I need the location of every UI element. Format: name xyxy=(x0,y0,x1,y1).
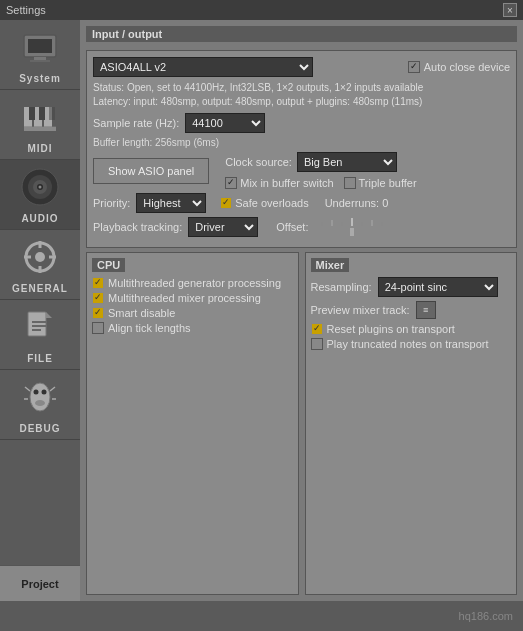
buffer-length-label: Buffer length: 256smp (6ms) xyxy=(93,137,510,148)
mix-buffer-label: Mix in buffer switch xyxy=(240,177,333,189)
resampling-select[interactable]: 24-point sinc xyxy=(378,277,498,297)
clock-source-label: Clock source: xyxy=(225,156,292,168)
system-icon xyxy=(16,23,64,71)
sidebar-label-audio: AUDIO xyxy=(21,213,58,224)
main-content: Input / output ASIO4ALL v2 Auto close de… xyxy=(80,20,523,601)
sidebar-item-general[interactable]: GENERAL xyxy=(0,230,80,300)
cpu-item-1: Multithreaded mixer processing xyxy=(92,292,293,304)
svg-point-16 xyxy=(39,186,42,189)
safe-overloads-label: Safe overloads xyxy=(235,197,308,209)
reset-plugins-label: Reset plugins on transport xyxy=(327,323,455,335)
playback-tracking-row: Playback tracking: Driver Offset: xyxy=(93,217,510,237)
auto-close-label: Auto close device xyxy=(424,61,510,73)
audio-icon xyxy=(16,163,64,211)
sidebar-label-debug: DEBUG xyxy=(19,423,60,434)
cpu-section-label: CPU xyxy=(92,258,125,272)
sidebar-item-system[interactable]: System xyxy=(0,20,80,90)
offset-label: Offset: xyxy=(276,221,308,233)
triple-buffer-label: Triple buffer xyxy=(359,177,417,189)
priority-row: Priority: Highest Safe overloads Underru… xyxy=(93,193,510,213)
bottom-bar: hq186.com xyxy=(0,601,523,631)
debug-icon xyxy=(16,373,64,421)
cpu-checkbox-2[interactable] xyxy=(92,307,104,319)
play-truncated-checkbox[interactable] xyxy=(311,338,323,350)
preview-mixer-select-btn[interactable]: ≡ xyxy=(416,301,436,319)
close-button[interactable]: × xyxy=(503,3,517,17)
sidebar-item-midi[interactable]: MIDI xyxy=(0,90,80,160)
svg-point-18 xyxy=(35,252,45,262)
svg-rect-11 xyxy=(24,127,56,131)
svg-rect-7 xyxy=(29,107,35,120)
sample-rate-label: Sample rate (Hz): xyxy=(93,117,179,129)
file-icon xyxy=(16,303,64,351)
auto-close-checkbox[interactable] xyxy=(408,61,420,73)
sidebar-item-audio[interactable]: AUDIO xyxy=(0,160,80,230)
resampling-row: Resampling: 24-point sinc xyxy=(311,277,512,297)
sidebar-label-file: FILE xyxy=(27,353,53,364)
window-title: Settings xyxy=(6,4,46,16)
cpu-item-2: Smart disable xyxy=(92,307,293,319)
section-header: Input / output xyxy=(86,26,517,42)
svg-rect-9 xyxy=(49,107,55,120)
sidebar-item-debug[interactable]: DEBUG xyxy=(0,370,80,440)
safe-overloads-checkbox[interactable] xyxy=(220,197,232,209)
play-truncated-label: Play truncated notes on transport xyxy=(327,338,489,350)
reset-plugins-checkbox[interactable] xyxy=(311,323,323,335)
svg-point-29 xyxy=(34,390,39,395)
svg-rect-23 xyxy=(28,312,46,336)
sidebar-item-file[interactable]: FILE xyxy=(0,300,80,370)
cpu-item-0: Multithreaded generator processing xyxy=(92,277,293,289)
svg-point-31 xyxy=(35,400,45,406)
svg-rect-20 xyxy=(39,266,42,273)
svg-marker-24 xyxy=(46,312,52,318)
cpu-checkbox-1[interactable] xyxy=(92,292,104,304)
device-panel: ASIO4ALL v2 Auto close device Status: Op… xyxy=(86,50,517,248)
play-truncated-row: Play truncated notes on transport xyxy=(311,338,512,350)
cpu-checkbox-0[interactable] xyxy=(92,277,104,289)
priority-select[interactable]: Highest xyxy=(136,193,206,213)
device-row: ASIO4ALL v2 Auto close device xyxy=(93,57,510,77)
device-select[interactable]: ASIO4ALL v2 xyxy=(93,57,313,77)
svg-rect-21 xyxy=(24,256,31,259)
cpu-label-1: Multithreaded mixer processing xyxy=(108,292,261,304)
midi-icon xyxy=(16,93,64,141)
bottom-sections: CPU Multithreaded generator processing M… xyxy=(86,252,517,595)
title-bar: Settings × xyxy=(0,0,523,20)
svg-rect-3 xyxy=(30,60,50,62)
svg-rect-8 xyxy=(39,107,45,120)
mix-buffer-checkbox[interactable] xyxy=(225,177,237,189)
priority-label: Priority: xyxy=(93,197,130,209)
clock-source-select[interactable]: Big Ben xyxy=(297,152,397,172)
offset-ticks xyxy=(312,218,392,236)
watermark: hq186.com xyxy=(459,610,513,622)
sample-rate-select[interactable]: 44100 xyxy=(185,113,265,133)
svg-line-32 xyxy=(25,387,30,391)
main-layout: System MIDI xyxy=(0,20,523,601)
cpu-label-0: Multithreaded generator processing xyxy=(108,277,281,289)
svg-rect-26 xyxy=(32,325,46,327)
tracking-select[interactable]: Driver xyxy=(188,217,258,237)
cpu-checkbox-3[interactable] xyxy=(92,322,104,334)
project-button[interactable]: Project xyxy=(0,565,80,601)
preview-mixer-label: Preview mixer track: xyxy=(311,304,410,316)
sidebar: System MIDI xyxy=(0,20,80,601)
svg-rect-1 xyxy=(28,39,52,53)
reset-plugins-row: Reset plugins on transport xyxy=(311,323,512,335)
triple-buffer-checkbox[interactable] xyxy=(344,177,356,189)
svg-rect-27 xyxy=(32,329,41,331)
mixer-section-label: Mixer xyxy=(311,258,350,272)
cpu-label-3: Align tick lengths xyxy=(108,322,191,334)
playback-tracking-label: Playback tracking: xyxy=(93,221,182,233)
svg-rect-22 xyxy=(49,256,56,259)
underruns-label: Underruns: 0 xyxy=(325,197,389,209)
show-asio-button[interactable]: Show ASIO panel xyxy=(93,158,209,184)
cpu-label-2: Smart disable xyxy=(108,307,175,319)
sidebar-label-system: System xyxy=(19,73,61,84)
svg-rect-19 xyxy=(39,241,42,248)
mixer-section: Mixer Resampling: 24-point sinc Preview … xyxy=(305,252,518,595)
sample-rate-row: Sample rate (Hz): 44100 xyxy=(93,113,510,133)
svg-point-28 xyxy=(30,383,50,411)
sidebar-label-midi: MIDI xyxy=(27,143,52,154)
svg-rect-43 xyxy=(350,228,354,236)
svg-point-30 xyxy=(42,390,47,395)
